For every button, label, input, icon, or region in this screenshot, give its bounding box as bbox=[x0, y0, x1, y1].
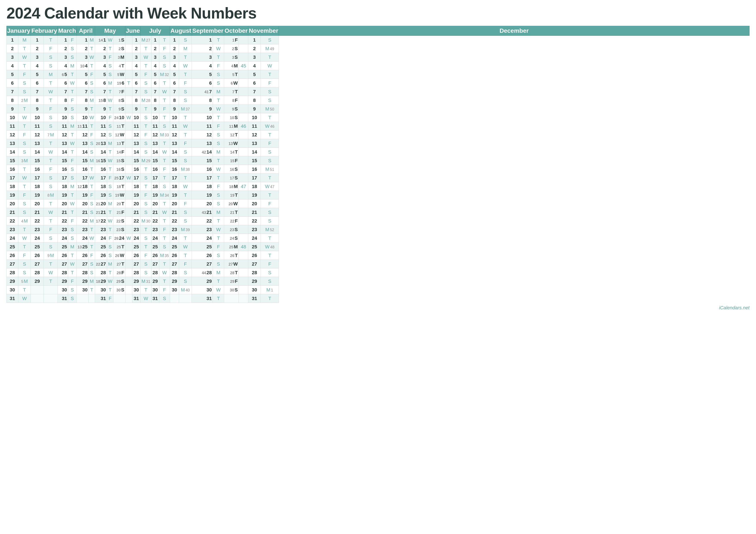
day-abbr-cell: T bbox=[260, 113, 279, 122]
day-abbr-cell: T bbox=[18, 105, 31, 113]
day-abbr-cell: M bbox=[89, 36, 95, 44]
day-cell: 9S bbox=[113, 105, 125, 113]
day-abbr-cell bbox=[125, 294, 132, 303]
day-num-cell: 7 bbox=[170, 88, 179, 96]
day-abbr-cell bbox=[239, 294, 248, 303]
day-cell: 17 bbox=[58, 174, 68, 182]
day-cell: 6 bbox=[76, 79, 89, 88]
day-cell: 22 bbox=[76, 217, 89, 225]
table-row: 24W24S24S24W24F2624W24S24T24T24T24S24T bbox=[7, 234, 749, 242]
day-num-cell: 24 bbox=[132, 234, 141, 242]
day-abbr-cell: W bbox=[18, 53, 31, 62]
day-abbr-cell: F bbox=[260, 139, 279, 148]
day-abbr-cell: S bbox=[89, 139, 95, 148]
day-num-cell: 28 bbox=[132, 268, 141, 277]
day-abbr-cell: W bbox=[141, 53, 151, 62]
day-abbr-cell bbox=[239, 53, 248, 62]
day-cell: 4214 bbox=[192, 148, 213, 156]
day-cell: 26 bbox=[58, 251, 68, 260]
day-num-cell: 3 bbox=[248, 53, 261, 62]
day-cell: 141 bbox=[95, 36, 107, 44]
day-abbr-cell: S bbox=[107, 122, 113, 131]
day-abbr-cell: S bbox=[68, 165, 77, 174]
day-abbr-cell bbox=[89, 294, 95, 303]
day-num-cell: 30 bbox=[248, 286, 261, 294]
day-abbr-cell: S bbox=[179, 88, 192, 96]
day-cell: 10 bbox=[76, 113, 89, 122]
day-cell: 29F bbox=[224, 277, 239, 286]
day-cell: 2013 bbox=[95, 139, 107, 148]
day-cell: 2S bbox=[224, 44, 239, 53]
day-abbr-cell: S bbox=[107, 131, 113, 139]
day-cell: 11M bbox=[224, 122, 239, 131]
day-cell: 3 bbox=[31, 53, 44, 62]
day-abbr-cell: W bbox=[44, 88, 58, 96]
day-abbr-cell: T bbox=[179, 191, 192, 199]
day-num-cell: 13 bbox=[248, 139, 261, 148]
day-num-cell: 10 bbox=[151, 113, 159, 122]
day-cell: 21 bbox=[76, 208, 89, 217]
day-cell: 4428 bbox=[192, 268, 213, 277]
day-abbr-cell: M bbox=[107, 199, 113, 208]
day-cell: 6 bbox=[192, 79, 213, 88]
day-abbr-cell: T bbox=[179, 113, 192, 122]
day-cell: 19 bbox=[192, 191, 213, 199]
day-cell: 30 bbox=[192, 286, 213, 294]
day-cell: 24 bbox=[95, 234, 107, 242]
table-row: 153M15T15F15M1615W15S15M2915T15S15T15F15… bbox=[7, 156, 749, 165]
day-abbr-cell: W bbox=[44, 148, 58, 156]
day-cell: 28 bbox=[31, 268, 44, 277]
day-abbr-cell: M29 bbox=[141, 156, 151, 165]
day-num-cell: 14 bbox=[132, 148, 141, 156]
day-num-cell: 27 bbox=[248, 260, 261, 268]
day-abbr-cell: M bbox=[89, 217, 95, 225]
day-abbr-cell: M27 bbox=[141, 36, 151, 44]
day-num-cell: 7 bbox=[132, 88, 141, 96]
day-abbr-cell: F bbox=[107, 234, 113, 242]
day-num-cell: 18 bbox=[248, 182, 261, 191]
day-abbr-cell: F bbox=[107, 294, 113, 303]
day-abbr-cell: S bbox=[213, 139, 224, 148]
day-abbr-cell bbox=[125, 277, 132, 286]
day-cell: 12 bbox=[58, 131, 68, 139]
day-abbr-cell: M bbox=[18, 36, 31, 44]
day-abbr-cell: S bbox=[179, 96, 192, 105]
day-abbr-cell: S bbox=[141, 199, 151, 208]
day-num-cell: 22 bbox=[170, 217, 179, 225]
day-cell: 23 bbox=[31, 225, 44, 234]
day-abbr-cell: T bbox=[213, 234, 224, 242]
day-abbr-cell: W bbox=[179, 242, 192, 251]
day-num-cell: 8 bbox=[151, 96, 159, 105]
day-cell: 10 bbox=[192, 113, 213, 122]
day-abbr-cell: T bbox=[260, 294, 279, 303]
day-abbr-cell: M bbox=[107, 79, 113, 88]
day-cell: 8S bbox=[113, 96, 125, 105]
day-abbr-cell: S bbox=[44, 122, 58, 131]
day-cell: 23S bbox=[113, 225, 125, 234]
day-abbr-cell: T bbox=[89, 225, 95, 234]
day-num-cell: 2 bbox=[151, 44, 159, 53]
day-cell: 2120 bbox=[95, 199, 107, 208]
day-abbr-cell bbox=[239, 131, 248, 139]
day-abbr-cell: T bbox=[213, 217, 224, 225]
day-num-cell: 31 bbox=[151, 294, 159, 303]
day-abbr-cell bbox=[239, 165, 248, 174]
day-cell: 10 bbox=[7, 113, 18, 122]
day-abbr-cell: W bbox=[213, 105, 224, 113]
day-abbr-cell: T bbox=[68, 268, 77, 277]
day-abbr-cell: 2M bbox=[18, 96, 31, 105]
day-abbr-cell: T bbox=[18, 62, 31, 70]
day-abbr-cell: M bbox=[213, 88, 224, 96]
day-num-cell: 29 bbox=[132, 277, 141, 286]
day-abbr-cell: S bbox=[44, 234, 58, 242]
day-abbr-cell: S bbox=[18, 260, 31, 268]
day-num-cell: 12 bbox=[170, 131, 179, 139]
day-abbr-cell bbox=[125, 225, 132, 234]
day-num-cell: 12 bbox=[248, 131, 261, 139]
table-row: 25T25S25M1325T25S25T25T25S25W25F25M4825W… bbox=[7, 242, 749, 251]
day-abbr-cell bbox=[239, 36, 248, 44]
day-cell: 29 bbox=[7, 277, 18, 286]
day-cell: 26T bbox=[224, 251, 239, 260]
day-num-cell: 22 bbox=[151, 217, 159, 225]
day-cell: 14 bbox=[76, 148, 89, 156]
